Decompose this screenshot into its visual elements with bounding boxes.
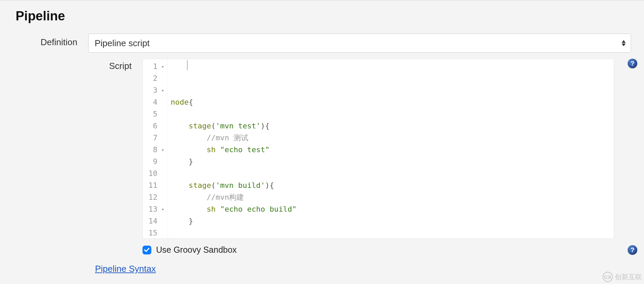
gutter-line: 13▾: [148, 203, 164, 215]
sandbox-row: Use Groovy Sandbox ?: [7, 245, 637, 255]
definition-row: Definition Pipeline script: [7, 34, 637, 53]
code-line[interactable]: stage('mvn build'){: [171, 179, 614, 191]
gutter-line: 14: [148, 215, 164, 227]
gutter-line: 11: [148, 179, 164, 191]
editor-gutter: 1▾23▾45678▾910111213▾1415: [143, 59, 168, 238]
fold-toggle-icon[interactable]: ▾: [159, 88, 164, 93]
gutter-line: 2: [148, 72, 164, 84]
code-line[interactable]: [171, 167, 614, 179]
editor-code-area[interactable]: node{ stage('mvn test'){ //mvn 测试 sh "ec…: [168, 59, 614, 238]
code-line[interactable]: //mvn 测试: [171, 132, 614, 144]
syntax-link-row: Pipeline Syntax: [7, 264, 637, 274]
gutter-line: 8▾: [148, 144, 164, 156]
code-line[interactable]: }: [171, 156, 614, 167]
gutter-line: 6: [148, 120, 164, 132]
help-icon[interactable]: ?: [628, 245, 637, 255]
code-line[interactable]: [171, 227, 614, 238]
gutter-line: 3▾: [148, 84, 164, 96]
code-line[interactable]: stage('mvn test'){: [171, 120, 614, 132]
gutter-line: 7: [148, 132, 164, 144]
gutter-line: 9: [148, 156, 164, 167]
code-line[interactable]: //mvn构建: [171, 191, 614, 203]
code-line[interactable]: sh "echo echo build": [171, 203, 614, 215]
script-editor[interactable]: 1▾23▾45678▾910111213▾1415 node{ stage('m…: [143, 59, 614, 239]
editor-cursor: [187, 60, 188, 70]
gutter-line: 1▾: [148, 60, 164, 72]
code-line[interactable]: sh "echo test": [171, 144, 614, 156]
definition-label: Definition: [7, 34, 88, 48]
code-line[interactable]: node{: [171, 96, 614, 108]
gutter-line: 10: [148, 167, 164, 179]
fold-toggle-icon[interactable]: ▾: [159, 207, 164, 212]
gutter-line: 5: [148, 108, 164, 120]
script-label: Script: [7, 59, 143, 71]
fold-toggle-icon[interactable]: ▾: [159, 64, 164, 69]
sandbox-label: Use Groovy Sandbox: [156, 245, 237, 255]
script-row: Script 1▾23▾45678▾910111213▾1415 node{ s…: [7, 59, 637, 239]
fold-toggle-icon[interactable]: ▾: [159, 147, 164, 152]
code-line[interactable]: [171, 108, 614, 120]
gutter-line: 12: [148, 191, 164, 203]
pipeline-syntax-link[interactable]: Pipeline Syntax: [95, 264, 156, 274]
gutter-line: 15: [148, 227, 164, 239]
gutter-line: 4: [148, 96, 164, 108]
definition-select[interactable]: Pipeline script: [88, 34, 631, 53]
code-line[interactable]: }: [171, 215, 614, 227]
section-title-pipeline: Pipeline: [7, 1, 637, 34]
sandbox-checkbox[interactable]: [143, 246, 151, 254]
help-icon[interactable]: ?: [628, 59, 637, 68]
